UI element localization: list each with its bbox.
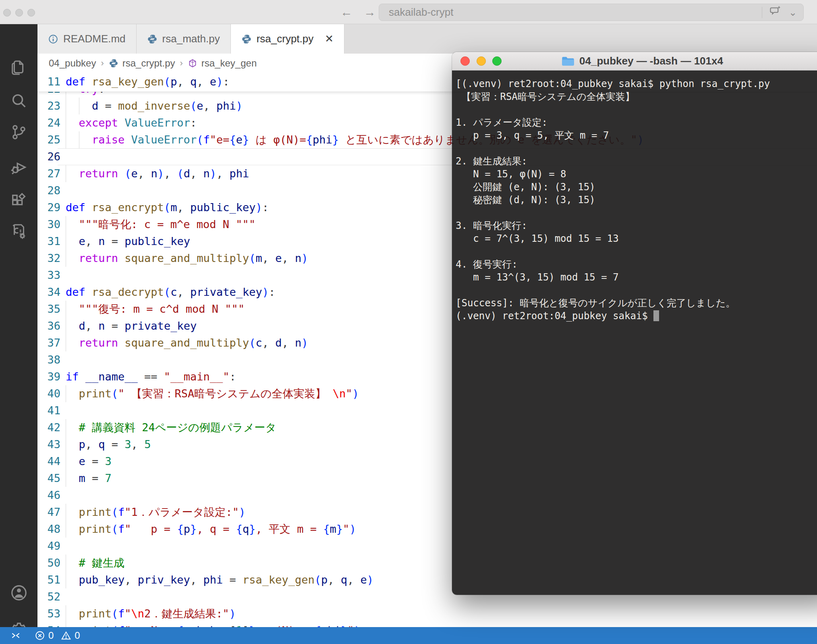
python-icon (147, 34, 158, 44)
error-icon (35, 630, 45, 641)
line-number: 37 (37, 334, 60, 351)
code-text: print(" 【実習：RSA暗号システムの全体実装】 \n") (66, 385, 359, 402)
status-bar: 0 0 (0, 627, 817, 644)
line-number: 32 (37, 250, 60, 267)
window-minimize-button[interactable] (15, 9, 23, 17)
code-text: m = 7 (66, 470, 112, 487)
line-number: 53 (37, 605, 60, 622)
terminal-line: 公開鍵 (e, N): (3, 15) (456, 181, 817, 193)
python-icon (109, 58, 118, 68)
code-text: p, q = 3, 5 (66, 436, 151, 453)
breadcrumb-item[interactable]: rsa_crypt.py (122, 58, 175, 69)
code-text: # 鍵生成 (66, 555, 124, 571)
code-text: print(f"\n2．鍵生成結果:") (66, 605, 236, 622)
line-number: 35 (37, 301, 60, 318)
tab-close-icon[interactable]: ✕ (325, 33, 334, 45)
terminal-title: 04_pubkey — -bash — 101x4 (562, 55, 723, 67)
line-number: 39 (37, 368, 60, 385)
navigate-back-icon[interactable]: ← (340, 5, 353, 19)
line-number: 38 (37, 351, 60, 368)
code-text: print(f" p = {p}, q = {q}, 平文 m = {m}") (66, 521, 356, 538)
accounts-icon[interactable] (10, 584, 28, 602)
line-number: 42 (37, 419, 60, 436)
explorer-icon[interactable] (10, 58, 28, 77)
tab-readme-md[interactable]: README.md (37, 24, 137, 54)
line-number: 24 (37, 114, 60, 131)
code-text: except ValueError: (66, 114, 197, 131)
line-number: 44 (37, 453, 60, 470)
tab-label: rsa_crypt.py (257, 33, 314, 45)
navigate-forward-icon[interactable]: → (364, 5, 376, 19)
tab-rsa_crypt-py[interactable]: rsa_crypt.py✕ (231, 24, 344, 54)
line-number: 29 (37, 199, 60, 216)
screen: ← → sakailab-crypt ⌄ (0, 0, 817, 644)
extensions-icon[interactable] (10, 192, 28, 210)
code-text: """暗号化: c = m^e mod N """ (66, 216, 255, 233)
terminal-line (456, 142, 817, 155)
divider (762, 7, 762, 18)
code-text: return (e, n), (d, n), phi (66, 165, 249, 182)
line-number: 23 (37, 98, 60, 114)
terminal-window[interactable]: 04_pubkey — -bash — 101x4 [(.venv) ret2r… (452, 52, 817, 595)
terminal-line: (.venv) ret2root:04_pubkey sakai$ (456, 310, 817, 322)
terminal-line: 4. 復号実行: (456, 258, 817, 271)
code-text: def rsa_decrypt(c, private_key): (66, 284, 275, 301)
search-value: sakailab-crypt (379, 6, 762, 19)
terminal-minimize-button[interactable] (477, 56, 486, 66)
tab-bar: README.mdrsa_math.pyrsa_crypt.py✕ (37, 24, 817, 54)
line-number: 27 (37, 165, 60, 182)
window-close-button[interactable] (3, 9, 11, 17)
warning-icon (61, 630, 71, 641)
terminal-titlebar[interactable]: 04_pubkey — -bash — 101x4 (452, 52, 817, 71)
vscode-titlebar: ← → sakailab-crypt ⌄ (0, 0, 817, 24)
breadcrumb-item[interactable]: rsa_key_gen (201, 58, 257, 69)
terminal-close-button[interactable] (460, 56, 470, 66)
line-number: 25 (37, 131, 60, 148)
code-text: e, n = public_key (66, 233, 190, 250)
line-number: 36 (37, 318, 60, 334)
chevron-down-icon[interactable]: ⌄ (789, 7, 797, 18)
breadcrumb-separator: › (179, 58, 183, 69)
copilot-chat-icon[interactable] (769, 5, 782, 20)
code-text: print(f" N = {pub_key[1]}, φ(N) = {phi}"… (66, 622, 361, 627)
terminal-line: m = 13^(3, 15) mod 15 = 7 (456, 271, 817, 284)
terminal-line: 3. 暗号化実行: (456, 219, 817, 232)
line-number: 33 (37, 267, 60, 284)
terminal-line: 1. パラメータ設定: (456, 116, 817, 129)
terminal-line: [(.venv) ret2root:04_pubkey sakai$ pytho… (456, 77, 817, 90)
symbol-method-icon (188, 58, 197, 68)
code-text: pub_key, priv_key, phi = rsa_key_gen(p, … (66, 571, 373, 588)
problems-indicator[interactable]: 0 0 (35, 630, 80, 641)
run-and-debug-icon[interactable] (10, 158, 28, 177)
terminal-line: 【実習：RSA暗号システムの全体実装】 (456, 90, 817, 103)
command-center-search[interactable]: sakailab-crypt ⌄ (379, 4, 804, 21)
search-icon[interactable] (10, 91, 28, 110)
tab-rsa_math-py[interactable]: rsa_math.py (137, 24, 231, 54)
code-text: e = 3 (66, 453, 112, 470)
breadcrumb-item[interactable]: 04_pubkey (49, 58, 96, 69)
terminal-line: p = 3, q = 5, 平文 m = 7 (456, 129, 817, 142)
activity-bar (0, 24, 37, 627)
code-text: # 講義資料 24ページの例題パラメータ (66, 419, 276, 436)
line-number: 48 (37, 521, 60, 538)
source-control-icon[interactable] (10, 123, 28, 141)
code-text: def rsa_key_gen(p, q, e): (66, 73, 229, 90)
python-icon (241, 34, 252, 44)
terminal-line: [Success]: 暗号化と復号のサイクルが正しく完了しました。 (456, 297, 817, 310)
line-number: 28 (37, 182, 60, 199)
terminal-zoom-button[interactable] (492, 56, 502, 66)
code-line[interactable]: 53 print(f"\n2．鍵生成結果:") (37, 605, 817, 622)
terminal-content[interactable]: [(.venv) ret2root:04_pubkey sakai$ pytho… (452, 71, 817, 595)
code-line[interactable]: 54 print(f" N = {pub_key[1]}, φ(N) = {ph… (37, 622, 817, 627)
tab-label: rsa_math.py (162, 33, 220, 45)
terminal-line: 2. 鍵生成結果: (456, 155, 817, 168)
line-number: 47 (37, 504, 60, 521)
window-zoom-button[interactable] (27, 9, 35, 17)
line-number: 40 (37, 385, 60, 402)
line-number: 46 (37, 487, 60, 504)
remote-indicator[interactable] (10, 630, 21, 641)
code-runner-extension-icon[interactable] (10, 222, 28, 241)
code-text: return square_and_multiply(m, e, n) (66, 250, 308, 267)
line-number: 31 (37, 233, 60, 250)
line-number: 26 (37, 148, 60, 165)
